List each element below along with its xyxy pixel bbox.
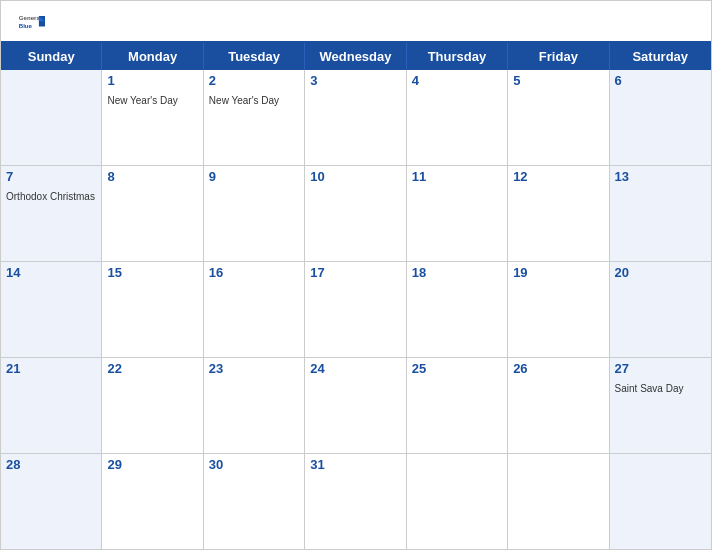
- day-cell: 25: [407, 358, 508, 453]
- day-number: 1: [107, 73, 197, 88]
- day-number: 29: [107, 457, 197, 472]
- day-number: 23: [209, 361, 299, 376]
- day-number: 30: [209, 457, 299, 472]
- day-number: 3: [310, 73, 400, 88]
- day-number: 16: [209, 265, 299, 280]
- day-cell: 15: [102, 262, 203, 357]
- day-number: 27: [615, 361, 706, 376]
- day-cell: 9: [204, 166, 305, 261]
- day-number: 9: [209, 169, 299, 184]
- day-cell: 14: [1, 262, 102, 357]
- day-cell: 1New Year's Day: [102, 70, 203, 165]
- day-cell: 20: [610, 262, 711, 357]
- day-header-tuesday: Tuesday: [204, 43, 305, 70]
- day-number: 5: [513, 73, 603, 88]
- calendar-wrapper: General Blue SundayMondayTuesdayWednesda…: [0, 0, 712, 550]
- svg-text:General: General: [19, 14, 42, 21]
- day-number: 19: [513, 265, 603, 280]
- day-number: 13: [615, 169, 706, 184]
- day-cell: [508, 454, 609, 549]
- day-number: 14: [6, 265, 96, 280]
- week-row-3: 14151617181920: [1, 262, 711, 358]
- day-number: 8: [107, 169, 197, 184]
- day-cell: 18: [407, 262, 508, 357]
- holiday-label: New Year's Day: [209, 95, 279, 106]
- day-cell: 24: [305, 358, 406, 453]
- day-cell: 12: [508, 166, 609, 261]
- day-number: 4: [412, 73, 502, 88]
- day-number: 24: [310, 361, 400, 376]
- svg-text:Blue: Blue: [19, 22, 33, 29]
- week-row-4: 21222324252627Saint Sava Day: [1, 358, 711, 454]
- day-number: 11: [412, 169, 502, 184]
- day-cell: 22: [102, 358, 203, 453]
- day-number: 18: [412, 265, 502, 280]
- day-number: 7: [6, 169, 96, 184]
- day-number: 26: [513, 361, 603, 376]
- logo: General Blue: [17, 9, 49, 37]
- day-cell: 7Orthodox Christmas: [1, 166, 102, 261]
- day-cell: 19: [508, 262, 609, 357]
- week-row-5: 28293031: [1, 454, 711, 549]
- day-number: 10: [310, 169, 400, 184]
- weeks-container: 1New Year's Day2New Year's Day34567Ortho…: [1, 70, 711, 549]
- day-cell: [1, 70, 102, 165]
- week-row-2: 7Orthodox Christmas8910111213: [1, 166, 711, 262]
- day-number: 17: [310, 265, 400, 280]
- day-cell: 13: [610, 166, 711, 261]
- day-cell: 29: [102, 454, 203, 549]
- day-cell: 6: [610, 70, 711, 165]
- day-header-thursday: Thursday: [407, 43, 508, 70]
- day-header-saturday: Saturday: [610, 43, 711, 70]
- holiday-label: Saint Sava Day: [615, 383, 684, 394]
- day-cell: 16: [204, 262, 305, 357]
- day-number: 31: [310, 457, 400, 472]
- day-number: 28: [6, 457, 96, 472]
- day-cell: 5: [508, 70, 609, 165]
- day-cell: 11: [407, 166, 508, 261]
- calendar-table: SundayMondayTuesdayWednesdayThursdayFrid…: [1, 41, 711, 549]
- day-number: 12: [513, 169, 603, 184]
- day-cell: 10: [305, 166, 406, 261]
- day-cell: 17: [305, 262, 406, 357]
- day-cell: 2New Year's Day: [204, 70, 305, 165]
- day-header-friday: Friday: [508, 43, 609, 70]
- day-number: 2: [209, 73, 299, 88]
- day-number: 21: [6, 361, 96, 376]
- day-number: 22: [107, 361, 197, 376]
- calendar-header: General Blue: [1, 1, 711, 41]
- holiday-label: Orthodox Christmas: [6, 191, 95, 202]
- logo-icon: General Blue: [17, 9, 45, 37]
- day-cell: 31: [305, 454, 406, 549]
- day-headers-row: SundayMondayTuesdayWednesdayThursdayFrid…: [1, 43, 711, 70]
- day-header-monday: Monday: [102, 43, 203, 70]
- day-cell: 4: [407, 70, 508, 165]
- day-cell: 30: [204, 454, 305, 549]
- day-number: 20: [615, 265, 706, 280]
- day-header-sunday: Sunday: [1, 43, 102, 70]
- day-cell: 21: [1, 358, 102, 453]
- day-cell: [407, 454, 508, 549]
- day-number: 6: [615, 73, 706, 88]
- day-cell: 8: [102, 166, 203, 261]
- day-cell: 28: [1, 454, 102, 549]
- day-cell: 26: [508, 358, 609, 453]
- day-cell: 23: [204, 358, 305, 453]
- day-header-wednesday: Wednesday: [305, 43, 406, 70]
- day-number: 25: [412, 361, 502, 376]
- day-cell: 27Saint Sava Day: [610, 358, 711, 453]
- holiday-label: New Year's Day: [107, 95, 177, 106]
- day-number: 15: [107, 265, 197, 280]
- week-row-1: 1New Year's Day2New Year's Day3456: [1, 70, 711, 166]
- day-cell: [610, 454, 711, 549]
- day-cell: 3: [305, 70, 406, 165]
